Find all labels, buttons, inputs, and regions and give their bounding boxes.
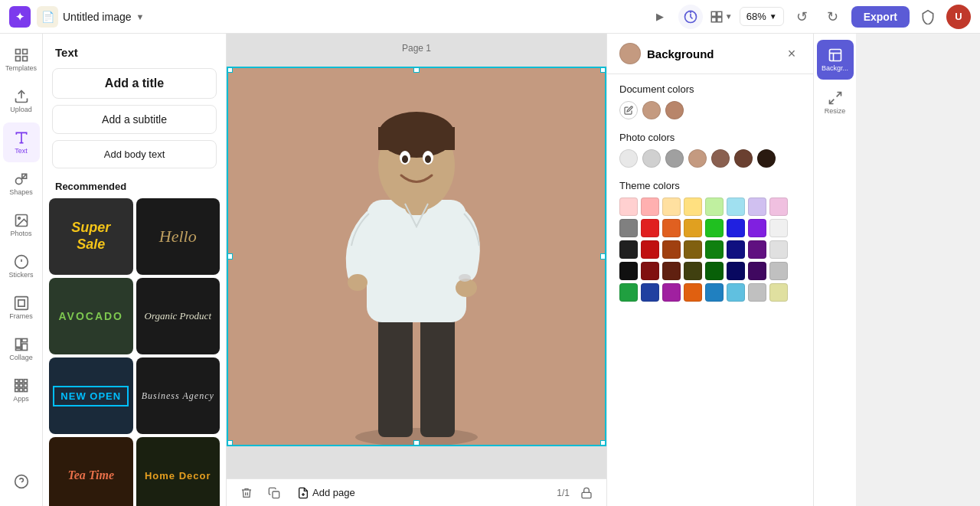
theme-color-r1c4[interactable] xyxy=(684,198,702,216)
theme-color-r2c1[interactable] xyxy=(619,219,638,237)
undo-button[interactable]: ↺ xyxy=(790,5,815,29)
photo-color-5[interactable] xyxy=(711,149,730,168)
selection-handle-tr[interactable] xyxy=(600,67,606,73)
theme-color-r3c6[interactable] xyxy=(727,240,745,259)
photo-color-6[interactable] xyxy=(734,149,753,168)
theme-color-r4c1[interactable] xyxy=(619,262,638,280)
sidebar-item-apps[interactable]: Apps xyxy=(3,371,40,410)
layout-button[interactable]: ▼ xyxy=(709,5,733,29)
theme-color-r4c7[interactable] xyxy=(748,262,766,280)
sidebar-item-upload[interactable]: Upload xyxy=(3,81,40,121)
canvas-viewport[interactable]: Page 1 xyxy=(227,34,606,478)
doc-color-1[interactable] xyxy=(642,101,661,119)
theme-color-r3c8[interactable] xyxy=(769,240,788,259)
app-logo[interactable]: ✦ xyxy=(9,6,31,28)
theme-color-r1c2[interactable] xyxy=(641,198,659,216)
lock-button[interactable] xyxy=(576,482,597,504)
theme-color-r4c5[interactable] xyxy=(705,262,724,280)
selection-handle-lm[interactable] xyxy=(227,253,233,260)
add-title-button[interactable]: Add a title xyxy=(52,68,217,99)
theme-color-r4c8[interactable] xyxy=(769,262,788,280)
theme-color-r1c1[interactable] xyxy=(619,198,638,216)
file-title-section[interactable]: 📄 Untitled image ▼ xyxy=(37,6,144,28)
right-sidebar-background[interactable]: Backgr... xyxy=(817,40,854,80)
photo-color-4[interactable] xyxy=(688,149,707,168)
theme-color-r2c5[interactable] xyxy=(705,219,724,237)
theme-color-r5c2[interactable] xyxy=(641,283,659,302)
template-organic[interactable]: Organic Product xyxy=(136,278,220,354)
theme-color-r4c6[interactable] xyxy=(727,262,745,280)
photo-color-2[interactable] xyxy=(642,149,661,168)
theme-color-r5c1[interactable] xyxy=(619,283,638,302)
selection-handle-bm[interactable] xyxy=(413,440,420,446)
photo-color-1[interactable] xyxy=(619,149,638,168)
template-new-open[interactable]: NEW OPEN xyxy=(49,357,133,434)
theme-color-r4c3[interactable] xyxy=(662,262,681,280)
duplicate-button[interactable] xyxy=(263,482,285,504)
sidebar-item-photos[interactable]: Photos xyxy=(3,205,40,245)
sidebar-item-templates[interactable]: Templates xyxy=(3,40,40,80)
export-button[interactable]: Export xyxy=(851,6,910,28)
bg-panel-close-button[interactable]: × xyxy=(782,44,801,63)
photo-color-7[interactable] xyxy=(757,149,776,168)
theme-color-r3c7[interactable] xyxy=(748,240,766,259)
theme-color-r3c5[interactable] xyxy=(705,240,724,259)
theme-color-r3c4[interactable] xyxy=(684,240,702,259)
document-title[interactable]: Untitled image xyxy=(63,11,132,23)
redo-button[interactable]: ↻ xyxy=(821,5,845,29)
theme-color-r2c2[interactable] xyxy=(641,219,659,237)
selection-handle-bl[interactable] xyxy=(227,440,233,446)
theme-color-r1c6[interactable] xyxy=(727,198,745,216)
color-edit-button[interactable] xyxy=(619,101,638,119)
user-avatar[interactable]: U xyxy=(946,5,971,29)
photo-color-3[interactable] xyxy=(665,149,684,168)
template-super-sale[interactable]: SuperSale xyxy=(49,198,133,275)
template-avocado[interactable]: AVOCADO xyxy=(49,278,133,354)
theme-color-r2c7[interactable] xyxy=(748,219,766,237)
theme-color-r4c2[interactable] xyxy=(641,262,659,280)
bg-panel-color-preview[interactable] xyxy=(619,43,641,64)
theme-color-r2c6[interactable] xyxy=(727,219,745,237)
theme-color-r5c6[interactable] xyxy=(727,283,745,302)
timer-button[interactable] xyxy=(678,5,703,29)
help-button[interactable] xyxy=(3,463,40,500)
template-homedecor[interactable]: Home Decor xyxy=(136,437,220,506)
canvas-frame[interactable] xyxy=(227,67,606,446)
theme-color-r4c4[interactable] xyxy=(684,262,702,280)
add-body-button[interactable]: Add body text xyxy=(52,140,217,168)
theme-color-r5c7[interactable] xyxy=(748,283,766,302)
trash-button[interactable] xyxy=(236,482,257,504)
theme-color-r1c5[interactable] xyxy=(705,198,724,216)
theme-color-r2c8[interactable] xyxy=(769,219,788,237)
sidebar-item-stickers[interactable]: Stickers xyxy=(3,246,40,286)
doc-color-2[interactable] xyxy=(665,101,684,119)
theme-color-r5c8[interactable] xyxy=(769,283,788,302)
right-sidebar-resize[interactable]: Resize xyxy=(817,83,854,122)
selection-handle-br[interactable] xyxy=(600,440,606,446)
theme-color-r1c8[interactable] xyxy=(769,198,788,216)
template-hello[interactable]: Hello xyxy=(136,198,220,275)
add-page-button[interactable]: Add page xyxy=(291,484,361,502)
selection-handle-rm[interactable] xyxy=(600,253,606,260)
theme-color-r3c2[interactable] xyxy=(641,240,659,259)
zoom-control[interactable]: 68% ▼ xyxy=(740,7,784,26)
theme-color-r3c1[interactable] xyxy=(619,240,638,259)
template-teatime[interactable]: Tea Time xyxy=(49,437,133,506)
sidebar-item-frames[interactable]: Frames xyxy=(3,288,40,328)
selection-handle-tl[interactable] xyxy=(227,67,233,73)
title-dropdown-arrow[interactable]: ▼ xyxy=(136,12,145,21)
template-business[interactable]: Business Agency xyxy=(136,357,220,434)
theme-color-r2c3[interactable] xyxy=(662,219,681,237)
theme-color-r3c3[interactable] xyxy=(662,240,681,259)
theme-color-r5c4[interactable] xyxy=(684,283,702,302)
theme-color-r2c4[interactable] xyxy=(684,219,702,237)
theme-color-r5c3[interactable] xyxy=(662,283,681,302)
sidebar-item-text[interactable]: Text xyxy=(3,122,40,162)
play-button[interactable]: ▶ xyxy=(648,5,672,29)
theme-color-r5c5[interactable] xyxy=(705,283,724,302)
sidebar-item-shapes[interactable]: Shapes xyxy=(3,164,40,204)
theme-color-r1c7[interactable] xyxy=(748,198,766,216)
add-subtitle-button[interactable]: Add a subtitle xyxy=(52,105,217,134)
theme-color-r1c3[interactable] xyxy=(662,198,681,216)
shield-button[interactable] xyxy=(916,5,940,29)
